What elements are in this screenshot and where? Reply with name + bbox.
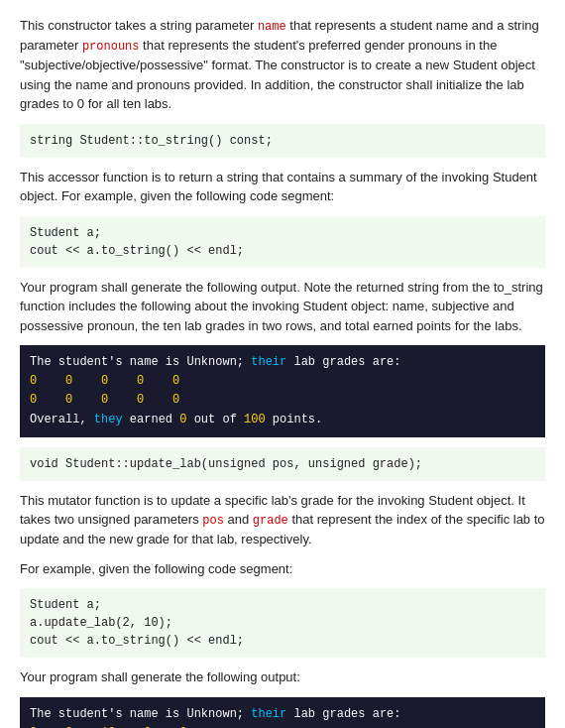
terminal-block-1: The student's name is Unknown; their lab… (20, 345, 545, 437)
code-block-3: void Student::update_lab(unsigned pos, u… (20, 447, 545, 481)
code-block-1: string Student::to_string() const; (20, 124, 545, 158)
code-block-4: Student a; a.update_lab(2, 10); cout << … (20, 588, 545, 658)
terminal1-line4: Overall, they earned 0 out of 100 points… (30, 413, 322, 426)
para1: This constructor takes a string paramete… (20, 16, 545, 114)
code-block-2: Student a; cout << a.to_string() << endl… (20, 216, 545, 268)
para2: This accessor function is to return a st… (20, 168, 545, 206)
terminal2-line1: The student's name is Unknown; their lab… (30, 707, 400, 721)
para3: Your program shall generate the followin… (20, 278, 545, 336)
param-pronouns-inline: pronouns (82, 40, 140, 54)
param-name-inline: name (258, 20, 286, 34)
para4: This mutator function is to update a spe… (20, 491, 545, 549)
param-pos-inline: pos (202, 514, 224, 528)
terminal-block-2: The student's name is Unknown; their lab… (20, 697, 545, 728)
para5: For example, given the following code se… (20, 559, 545, 579)
para6: Your program shall generate the followin… (20, 667, 545, 687)
terminal1-line2: 0 0 0 0 0 (30, 374, 179, 388)
terminal1-line3: 0 0 0 0 0 (30, 393, 179, 407)
page-content: This constructor takes a string paramete… (20, 16, 545, 728)
param-grade-inline: grade (253, 514, 288, 528)
terminal1-line1: The student's name is Unknown; their lab… (30, 355, 400, 369)
